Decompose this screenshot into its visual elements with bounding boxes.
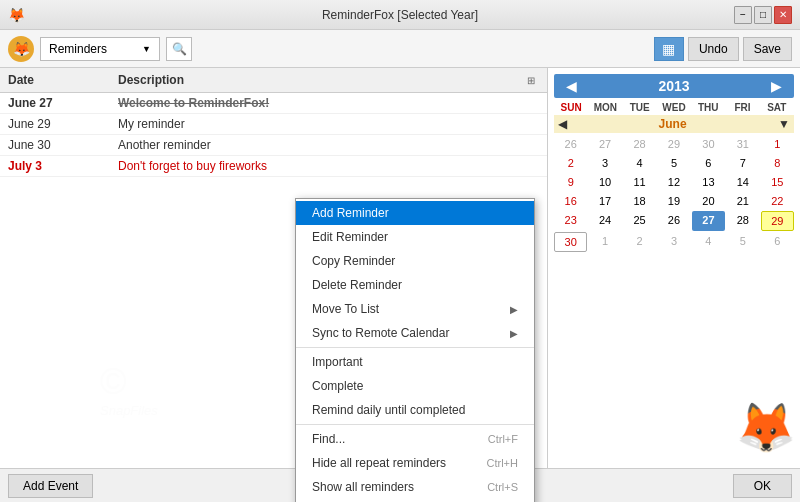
menu-item-label: Sync to Remote Calendar	[312, 326, 449, 340]
calendar-next-year[interactable]: ▶	[767, 78, 786, 94]
calendar-day[interactable]: 6	[761, 232, 794, 252]
menu-item-important[interactable]: Important	[296, 350, 534, 374]
menu-item-label: Show all reminders	[312, 480, 414, 494]
calendar-day[interactable]: 27	[588, 135, 621, 153]
minimize-button[interactable]: −	[734, 6, 752, 24]
ok-button[interactable]: OK	[733, 474, 792, 498]
main-area: Date Description ⊞ June 27 Welcome to Re…	[0, 68, 800, 468]
calendar-day[interactable]: 29	[657, 135, 690, 153]
calendar-day[interactable]: 28	[726, 211, 759, 231]
table-row[interactable]: June 29 My reminder	[0, 114, 547, 135]
calendar-day[interactable]: 3	[588, 154, 621, 172]
expand-icon[interactable]: ⊞	[523, 72, 539, 88]
calendar-day[interactable]: 7	[726, 154, 759, 172]
day-header-thu: THU	[691, 102, 725, 113]
calendar-day[interactable]: 1	[588, 232, 621, 252]
day-header-tue: TUE	[623, 102, 657, 113]
calendar-day[interactable]: 15	[761, 173, 794, 191]
calendar-next-month[interactable]: ▼	[778, 117, 790, 131]
calendar-day[interactable]: 13	[692, 173, 725, 191]
calendar-day[interactable]: 5	[657, 154, 690, 172]
calendar-day[interactable]: 8	[761, 154, 794, 172]
reminders-dropdown[interactable]: Reminders ▼	[40, 37, 160, 61]
calendar-day[interactable]: 3	[657, 232, 690, 252]
calendar-day[interactable]: 1	[761, 135, 794, 153]
menu-item-add-reminder[interactable]: Add Reminder	[296, 201, 534, 225]
calendar-day[interactable]: 26	[657, 211, 690, 231]
table-row[interactable]: June 27 Welcome to ReminderFox!	[0, 93, 547, 114]
search-button[interactable]: 🔍	[166, 37, 192, 61]
calendar-day[interactable]: 27	[692, 211, 725, 231]
calendar-day[interactable]: 23	[554, 211, 587, 231]
submenu-arrow-icon: ▶	[510, 304, 518, 315]
maximize-button[interactable]: □	[754, 6, 772, 24]
menu-item-label: Find...	[312, 432, 345, 446]
calendar-day[interactable]: 4	[623, 154, 656, 172]
calendar-day[interactable]: 12	[657, 173, 690, 191]
menu-item-delete-reminder[interactable]: Delete Reminder	[296, 273, 534, 297]
calendar-day[interactable]: 10	[588, 173, 621, 191]
menu-item-label: Remind daily until completed	[312, 403, 465, 417]
fox-icon: 🦊	[8, 36, 34, 62]
calendar-prev-year[interactable]: ◀	[562, 78, 581, 94]
row-desc: Don't forget to buy fireworks	[118, 159, 539, 173]
menu-item-edit-reminder[interactable]: Edit Reminder	[296, 225, 534, 249]
row-date: July 3	[8, 159, 118, 173]
row-date: June 30	[8, 138, 118, 152]
menu-divider	[296, 347, 534, 348]
menu-item-remind-daily[interactable]: Remind daily until completed	[296, 398, 534, 422]
menu-item-copy-reminder[interactable]: Copy Reminder	[296, 249, 534, 273]
calendar-day[interactable]: 16	[554, 192, 587, 210]
calendar-grid: 2627282930311234567891011121314151617181…	[554, 135, 794, 252]
add-event-button[interactable]: Add Event	[8, 474, 93, 498]
menu-shortcut: Ctrl+F	[488, 433, 518, 445]
day-header-mon: MON	[588, 102, 622, 113]
dropdown-label: Reminders	[49, 42, 107, 56]
calendar-day[interactable]: 14	[726, 173, 759, 191]
row-desc: My reminder	[118, 117, 539, 131]
calendar-day[interactable]: 19	[657, 192, 690, 210]
calendar-day[interactable]: 29	[761, 211, 794, 231]
menu-item-complete[interactable]: Complete	[296, 374, 534, 398]
calendar-day[interactable]: 21	[726, 192, 759, 210]
calendar-day[interactable]: 24	[588, 211, 621, 231]
calendar-day[interactable]: 31	[726, 135, 759, 153]
menu-item-show-all[interactable]: Show all reminders Ctrl+S	[296, 475, 534, 499]
calendar-day[interactable]: 25	[623, 211, 656, 231]
menu-item-sync-remote[interactable]: Sync to Remote Calendar ▶	[296, 321, 534, 345]
table-row[interactable]: July 3 Don't forget to buy fireworks	[0, 156, 547, 177]
menu-item-hide-repeat[interactable]: Hide all repeat reminders Ctrl+H	[296, 451, 534, 475]
menu-item-label: Add Reminder	[312, 206, 389, 220]
app-icon: 🦊	[8, 7, 25, 23]
calendar-day[interactable]: 17	[588, 192, 621, 210]
row-desc: Another reminder	[118, 138, 539, 152]
calendar-day[interactable]: 6	[692, 154, 725, 172]
save-button[interactable]: Save	[743, 37, 792, 61]
calendar-day[interactable]: 28	[623, 135, 656, 153]
calendar-day[interactable]: 4	[692, 232, 725, 252]
calendar-day[interactable]: 30	[692, 135, 725, 153]
calendar-day[interactable]: 2	[554, 154, 587, 172]
grid-view-button[interactable]: ▦	[654, 37, 684, 61]
calendar-day[interactable]: 22	[761, 192, 794, 210]
calendar-day[interactable]: 2	[623, 232, 656, 252]
title-bar: 🦊 ReminderFox [Selected Year] − □ ✕	[0, 0, 800, 30]
calendar-day[interactable]: 18	[623, 192, 656, 210]
search-icon: 🔍	[172, 42, 187, 56]
calendar-day[interactable]: 26	[554, 135, 587, 153]
calendar-day[interactable]: 9	[554, 173, 587, 191]
calendar-prev-month[interactable]: ◀	[558, 117, 567, 131]
row-date: June 29	[8, 117, 118, 131]
calendar-day[interactable]: 20	[692, 192, 725, 210]
menu-item-label: Copy Reminder	[312, 254, 395, 268]
calendar-day[interactable]: 11	[623, 173, 656, 191]
close-button[interactable]: ✕	[774, 6, 792, 24]
calendar-day[interactable]: 30	[554, 232, 587, 252]
undo-button[interactable]: Undo	[688, 37, 739, 61]
table-row[interactable]: June 30 Another reminder	[0, 135, 547, 156]
menu-item-find[interactable]: Find... Ctrl+F	[296, 427, 534, 451]
dropdown-arrow-icon: ▼	[142, 44, 151, 54]
title-bar-controls: − □ ✕	[734, 6, 792, 24]
calendar-day[interactable]: 5	[726, 232, 759, 252]
menu-item-move-to-list[interactable]: Move To List ▶	[296, 297, 534, 321]
